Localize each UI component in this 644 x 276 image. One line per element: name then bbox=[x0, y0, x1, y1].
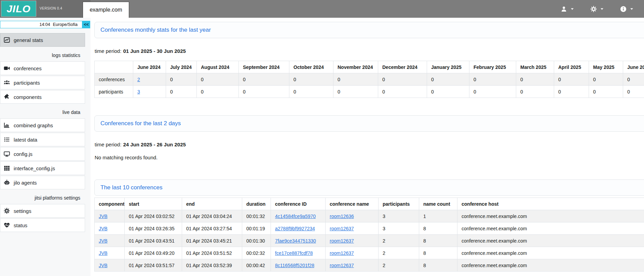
column-header: conference name bbox=[326, 198, 379, 210]
column-header: component bbox=[95, 198, 125, 210]
table-link[interactable]: 7fae9ce344751330 bbox=[275, 238, 316, 244]
info-menu[interactable] bbox=[620, 6, 633, 12]
table-link[interactable]: room12637 bbox=[330, 263, 354, 268]
table-row: JVB01 Apr 2024 03:51:5701 Apr 2024 03:52… bbox=[95, 259, 644, 272]
monitor-icon bbox=[4, 151, 10, 157]
heart-pulse-icon bbox=[4, 222, 10, 228]
table-cell: a2788f9bf9927234 bbox=[271, 222, 326, 235]
table-link[interactable]: JVB bbox=[99, 238, 108, 244]
column-header bbox=[95, 61, 133, 73]
table-cell: 8c116568f5201f28 bbox=[271, 259, 326, 272]
table-cell: JVB bbox=[95, 222, 125, 235]
table-cell: 2 bbox=[133, 73, 166, 86]
table-link[interactable]: a2788f9bf9927234 bbox=[275, 226, 315, 231]
last-conferences-table: componentstartenddurationconference IDco… bbox=[94, 198, 644, 272]
sidebar-item-combined-graphs[interactable]: combined graphs bbox=[0, 118, 85, 132]
app-header: JILO VERSION 0.4 example.com bbox=[0, 0, 644, 18]
table-cell: 0 bbox=[289, 86, 333, 98]
sidebar-item-components[interactable]: components bbox=[0, 90, 85, 104]
sidebar-item-label: combined graphs bbox=[14, 122, 53, 128]
timezone-text: Europe/Sofia bbox=[53, 22, 78, 27]
column-header: June 2024 bbox=[133, 61, 166, 73]
user-menu[interactable] bbox=[561, 6, 574, 12]
table-cell: 0 bbox=[197, 86, 239, 98]
table-link[interactable]: JVB bbox=[99, 214, 108, 219]
column-header: October 2024 bbox=[289, 61, 333, 73]
table-row: conferences2000000000000 bbox=[95, 73, 644, 86]
table-cell: 3 bbox=[379, 210, 419, 222]
table-cell: 8 bbox=[419, 222, 457, 235]
table-cell: 0 bbox=[378, 86, 427, 98]
sidebar-item-latest-data[interactable]: latest data bbox=[0, 133, 85, 146]
table-link[interactable]: 2 bbox=[137, 77, 140, 82]
column-header: March 2025 bbox=[516, 61, 554, 73]
sidebar-collapse-button[interactable]: << bbox=[82, 21, 90, 28]
gear-icon bbox=[4, 208, 10, 214]
table-row: participants3000000000000 bbox=[95, 86, 644, 98]
sidebar-item-interface-config-js[interactable]: interface_config.js bbox=[0, 161, 85, 175]
sidebar-item-conferences[interactable]: conferences bbox=[0, 61, 85, 75]
table-link[interactable]: 8c116568f5201f28 bbox=[275, 263, 314, 268]
sidebar-item-status[interactable]: status bbox=[0, 218, 85, 232]
table-cell: 0 bbox=[554, 86, 589, 98]
sidebar-item-participants[interactable]: participants bbox=[0, 76, 85, 89]
table-cell: 0 bbox=[469, 73, 516, 86]
table-cell: 8 bbox=[419, 235, 457, 247]
sidebar-item-jilo-agents[interactable]: jilo agents bbox=[0, 176, 85, 189]
tab-example-com[interactable]: example.com bbox=[83, 2, 129, 18]
video-camera-icon bbox=[4, 65, 10, 71]
version-label: VERSION 0.4 bbox=[40, 6, 62, 10]
table-cell: conference.meet.example.com bbox=[457, 222, 644, 235]
table-cell: room12637 bbox=[326, 259, 379, 272]
sidebar-item-label: latest data bbox=[14, 137, 37, 143]
table-cell: 01 Apr 2024 03:51:52 bbox=[182, 247, 242, 259]
table-cell: fce17ce887fcdf78 bbox=[271, 247, 326, 259]
robot-icon bbox=[4, 179, 10, 186]
table-link[interactable]: fce17ce887fcdf78 bbox=[275, 250, 313, 256]
monthly-stats-table: June 2024July 2024August 2024September 2… bbox=[94, 61, 644, 98]
column-header: name count bbox=[419, 198, 457, 210]
sidebar-section-label: logs statistics bbox=[0, 52, 80, 58]
table-cell: 8 bbox=[419, 247, 457, 259]
table-cell: 01 Apr 2024 03:52:39 bbox=[182, 259, 242, 272]
column-header: start bbox=[125, 198, 182, 210]
table-cell: JVB bbox=[95, 247, 125, 259]
table-cell: room12637 bbox=[326, 235, 379, 247]
table-cell: 0 bbox=[516, 86, 554, 98]
table-cell: 0 bbox=[239, 86, 289, 98]
table-link[interactable]: room12637 bbox=[330, 250, 354, 256]
section-title-last-10-conferences[interactable]: The last 10 conferences bbox=[100, 184, 162, 191]
table-row: JVB01 Apr 2024 03:26:3501 Apr 2024 03:27… bbox=[95, 222, 644, 235]
participants-icon bbox=[4, 79, 10, 86]
table-link[interactable]: room12637 bbox=[330, 238, 354, 244]
section-title-monthly-stats[interactable]: Conferences monthly stats for the last y… bbox=[100, 27, 211, 33]
column-header: August 2024 bbox=[197, 61, 239, 73]
sidebar-item-config-js[interactable]: config.js bbox=[0, 147, 85, 161]
table-cell: conference.meet.example.com bbox=[457, 235, 644, 247]
table-cell: 2 bbox=[379, 247, 419, 259]
table-cell: 3 bbox=[379, 222, 419, 235]
sidebar-item-label: conferences bbox=[14, 66, 42, 71]
table-link[interactable]: room12636 bbox=[330, 214, 354, 219]
table-row: JVB01 Apr 2024 03:43:5101 Apr 2024 03:45… bbox=[95, 235, 644, 247]
table-link[interactable]: JVB bbox=[99, 226, 108, 231]
grid-icon bbox=[4, 165, 10, 171]
table-link[interactable]: JVB bbox=[99, 250, 108, 256]
table-header-row: June 2024July 2024August 2024September 2… bbox=[95, 61, 644, 73]
table-cell: 00:01:30 bbox=[242, 235, 271, 247]
header-left-strip: JILO VERSION 0.4 bbox=[0, 0, 91, 18]
table-cell: 0 bbox=[333, 86, 378, 98]
table-cell: 0 bbox=[197, 73, 239, 86]
sidebar-item-label: settings bbox=[14, 208, 31, 214]
column-header: July 2024 bbox=[166, 61, 197, 73]
table-link[interactable]: JVB bbox=[99, 263, 108, 268]
sidebar-item-settings[interactable]: settings bbox=[0, 204, 85, 218]
table-link[interactable]: room12637 bbox=[330, 226, 354, 231]
table-link[interactable]: 4c14584fce9a5970 bbox=[275, 214, 316, 219]
section-title-last-2-days[interactable]: Conferences for the last 2 days bbox=[100, 120, 181, 127]
sidebar-item-label: status bbox=[14, 222, 27, 228]
gear-menu[interactable] bbox=[590, 6, 603, 12]
table-link[interactable]: 3 bbox=[137, 89, 140, 95]
sidebar-item-general-stats[interactable]: general stats bbox=[0, 33, 85, 47]
sidebar-item-label: config.js bbox=[14, 151, 32, 157]
